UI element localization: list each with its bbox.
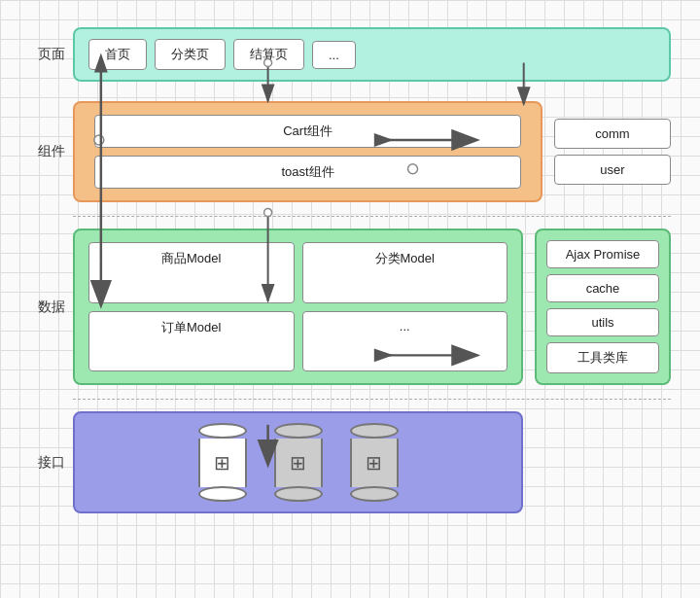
cylinder-1: ⊞ (193, 423, 252, 502)
component-label: 组件 (29, 143, 73, 160)
cyl-body-2: ⊞ (274, 439, 323, 487)
component-row: 组件 Cart组件 toast组件 comm user (29, 89, 671, 210)
page-item-home: 首页 (88, 39, 147, 70)
page-item-category: 分类页 (155, 39, 226, 70)
data-category-model: 分类Model (302, 242, 508, 303)
db-icon-1: ⊞ (214, 451, 230, 475)
data-content: 商品Model 分类Model 订单Model ... Ajax Promise… (73, 229, 671, 385)
data-more: ... (302, 311, 508, 372)
data-ajax: Ajax Promise (546, 240, 659, 268)
page-row: 页面 首页 分类页 结算页 ... (29, 19, 671, 89)
data-box: 商品Model 分类Model 订单Model ... (73, 229, 523, 385)
data-order-model: 订单Model (88, 311, 295, 372)
data-cache: cache (546, 274, 659, 302)
data-tools: 工具类库 (546, 342, 659, 373)
cyl-body-3: ⊞ (350, 439, 399, 487)
cyl-bottom-2 (274, 486, 323, 502)
comp-user: user (554, 155, 671, 185)
cyl-top-1 (198, 423, 247, 439)
component-box: Cart组件 toast组件 (73, 101, 542, 202)
page-item-more: ... (312, 41, 356, 69)
cyl-top-2 (274, 423, 323, 439)
db-icon-3: ⊞ (366, 451, 382, 475)
data-label: 数据 (29, 299, 73, 316)
comp-toast: toast组件 (94, 156, 521, 189)
page-item-checkout: 结算页 (233, 39, 304, 70)
cyl-top-3 (350, 423, 399, 439)
component-right: comm user (554, 101, 671, 202)
data-right-panel: Ajax Promise cache utils 工具类库 (535, 229, 671, 385)
cyl-bottom-1 (198, 486, 247, 502)
page-box: 首页 分类页 结算页 ... (73, 27, 671, 82)
sep-comp-data (73, 216, 671, 217)
cyl-bottom-3 (350, 486, 399, 502)
cylinder-2: ⊞ (269, 423, 328, 502)
comp-comm: comm (554, 119, 671, 149)
cylinder-3: ⊞ (345, 423, 403, 502)
component-content: Cart组件 toast组件 comm user (73, 101, 671, 202)
data-utils: utils (546, 308, 659, 336)
interface-label: 接口 (29, 454, 73, 472)
cyl-body-1: ⊞ (198, 439, 247, 487)
db-icon-2: ⊞ (290, 451, 306, 475)
comp-cart: Cart组件 (94, 115, 521, 148)
page-content: 首页 分类页 结算页 ... (73, 27, 671, 82)
interface-box: ⊞ ⊞ (73, 411, 523, 513)
interface-row: 接口 ⊞ ⊞ (29, 405, 671, 521)
interface-content: ⊞ ⊞ (73, 411, 671, 513)
sep-data-iface (73, 399, 671, 400)
data-row: 数据 商品Model 分类Model 订单Model ... Ajax Prom… (29, 223, 671, 393)
page-label: 页面 (29, 46, 73, 63)
architecture-diagram: 页面 首页 分类页 结算页 ... (29, 19, 671, 521)
data-product-model: 商品Model (88, 242, 295, 303)
